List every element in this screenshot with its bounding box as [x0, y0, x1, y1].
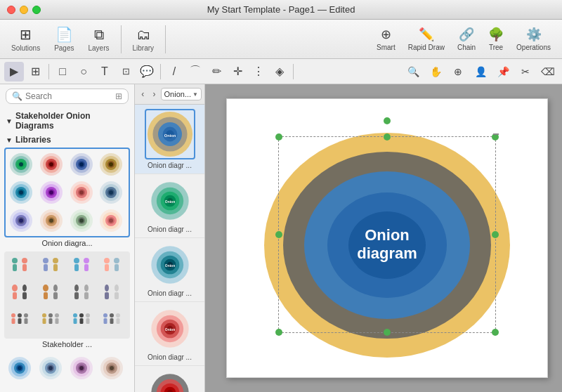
shape-thumb-5[interactable]	[8, 180, 34, 205]
tool-sep-1	[48, 64, 49, 79]
stk-thumb-4[interactable]	[99, 254, 124, 280]
stk-thumb-5[interactable]	[7, 282, 32, 308]
maximize-button[interactable]	[32, 6, 41, 14]
canvas-area[interactable]: Onion diagram	[205, 84, 562, 392]
svg-point-90	[115, 285, 119, 292]
svg-point-29	[49, 190, 53, 195]
search-box[interactable]: 🔍 ⊞	[6, 89, 129, 104]
svg-text:Onion: Onion	[164, 327, 174, 332]
shape-thumb-b2[interactable]	[38, 355, 63, 381]
shape-thumb-4[interactable]	[98, 152, 124, 177]
text-tool[interactable]: T	[95, 62, 115, 81]
stk-thumb-8[interactable]	[99, 282, 124, 308]
stk-thumb-3[interactable]	[69, 254, 94, 280]
nav-back[interactable]: ‹	[138, 87, 148, 101]
search-icon: 🔍	[12, 91, 22, 101]
pages-label: Pages	[54, 44, 74, 52]
toolbar-rapid-draw[interactable]: ✏️ Rapid Draw	[403, 24, 450, 54]
stk-thumb-2[interactable]	[38, 254, 63, 280]
svg-point-76	[12, 285, 18, 292]
pen-tool[interactable]: ✏	[207, 62, 226, 81]
shape-thumb-12[interactable]	[98, 208, 124, 233]
stk-thumb-6[interactable]	[38, 282, 63, 308]
toolbar-chain[interactable]: 🔗 Chain	[452, 24, 481, 54]
svg-point-104	[73, 313, 77, 318]
toolbar-operations[interactable]: ⚙️ Operations	[511, 24, 556, 54]
vertex-tool[interactable]: ⋮	[249, 62, 268, 81]
collapse-triangle-2[interactable]: ▼	[6, 136, 13, 144]
shape-list-item-1[interactable]: Onion Onion diagr ...	[135, 105, 204, 174]
minimize-button[interactable]	[20, 6, 28, 14]
shape-list-item-3[interactable]: Onion Onion diagr ...	[135, 238, 204, 302]
connector-tool[interactable]: ✛	[228, 62, 247, 81]
more-tool[interactable]: ⌫	[538, 62, 558, 81]
group-1-label: Onion diagra...	[0, 237, 134, 251]
shape-thumb-b3[interactable]	[69, 355, 94, 381]
textbox-tool[interactable]: ⊡	[116, 62, 136, 81]
user-tool[interactable]: 👤	[471, 62, 490, 81]
hand-tool[interactable]: ✋	[426, 62, 445, 81]
svg-point-130	[79, 366, 84, 370]
shape-thumb-b4[interactable]	[99, 355, 124, 381]
shape-thumb-8[interactable]	[98, 180, 124, 205]
toolbar-smart[interactable]: ⊕ Smart	[371, 24, 401, 54]
shape-thumb-7[interactable]	[69, 180, 94, 205]
toolbar-tree[interactable]: 🌳 Tree	[483, 24, 509, 54]
search-right: 🔍 ✋ ⊕ 👤 📌 ✂ ⌫	[403, 62, 558, 81]
multiselect-tool[interactable]: ⊞	[25, 62, 45, 81]
shape-thumb-6[interactable]	[39, 180, 64, 205]
toolbar-solutions[interactable]: ⊞ Solutions	[6, 23, 46, 55]
rectangle-tool[interactable]: □	[53, 62, 72, 81]
collapse-triangle[interactable]: ▼	[6, 117, 13, 125]
shape-thumb-9[interactable]	[8, 208, 34, 233]
ellipse-tool[interactable]: ○	[74, 62, 93, 81]
svg-point-74	[114, 258, 119, 263]
shape-thumb-1[interactable]	[8, 152, 34, 177]
stk-thumb-10[interactable]	[38, 311, 63, 336]
stk-thumb-12[interactable]	[99, 311, 124, 336]
svg-rect-89	[105, 292, 109, 299]
nav-forward[interactable]: ›	[149, 87, 159, 101]
toolbar-library[interactable]: 🗂 Library	[127, 24, 160, 55]
library-label: Library	[133, 44, 155, 52]
shape-list-item-2[interactable]: Onion Onion diagr ...	[135, 174, 204, 238]
shape-thumb-10[interactable]	[39, 208, 64, 233]
middle-header: ‹ › Onion... ▼	[135, 84, 204, 105]
svg-point-102	[55, 313, 59, 318]
arc-tool[interactable]: ⌒	[185, 62, 205, 81]
stk-thumb-1[interactable]	[7, 254, 32, 280]
shape-thumb-11[interactable]	[69, 208, 94, 233]
toolbar-sep-1	[121, 25, 122, 53]
toolbar-pages[interactable]: 📄 Pages	[48, 23, 79, 55]
stk-thumb-9[interactable]	[7, 311, 32, 336]
onion-shape-grid-2	[4, 353, 130, 384]
svg-rect-101	[48, 318, 52, 324]
search-filter-icon[interactable]: ⊞	[115, 91, 122, 101]
pin-tool[interactable]: 📌	[493, 62, 513, 81]
stk-thumb-11[interactable]	[69, 311, 94, 336]
eraser-tool[interactable]: ✂	[516, 62, 535, 81]
shape-thumb-2[interactable]	[39, 152, 64, 177]
callout-tool[interactable]: 💬	[137, 62, 157, 81]
close-button[interactable]	[7, 6, 15, 14]
search-tool[interactable]: 🔍	[403, 62, 423, 81]
svg-rect-71	[84, 264, 89, 271]
shape-thumb-3[interactable]	[69, 152, 94, 177]
svg-point-80	[43, 285, 48, 292]
shape-thumb-b1[interactable]	[7, 355, 32, 381]
search-input[interactable]	[25, 91, 112, 101]
svg-point-106	[79, 313, 84, 318]
line-tool[interactable]: /	[164, 62, 184, 81]
zoom-tool[interactable]: ⊕	[448, 62, 468, 81]
select-tool[interactable]: ▶	[4, 62, 24, 81]
shape-thumb-preview-3: Onion	[145, 242, 195, 287]
shape-list-label-3: Onion diagr ...	[148, 289, 192, 297]
onion-diagram-svg: Onion diagram	[257, 108, 517, 368]
dropdown-arrow-icon: ▼	[192, 91, 198, 98]
shape-list-item-4[interactable]: Onion Onion diagr ...	[135, 302, 204, 366]
stk-thumb-7[interactable]	[69, 282, 94, 308]
shape-list-item-5[interactable]: Onion Onion diagr ...	[135, 366, 204, 392]
toolbar-layers[interactable]: ⧉ Layers	[83, 24, 115, 55]
shape-tool[interactable]: ◈	[270, 62, 289, 81]
category-dropdown[interactable]: Onion... ▼	[161, 88, 202, 100]
